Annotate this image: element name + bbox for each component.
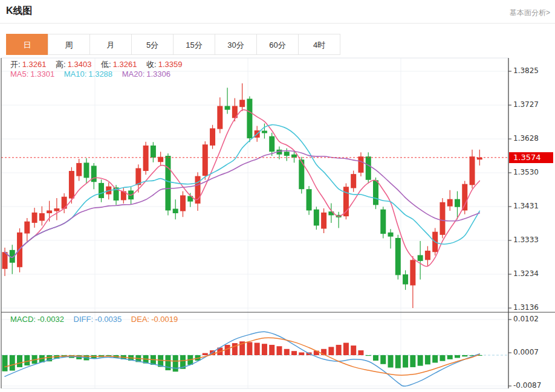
ma10-value: 1.3288 xyxy=(88,69,112,79)
candle xyxy=(151,146,156,158)
candle xyxy=(203,144,208,176)
candle xyxy=(470,156,475,185)
macd-bar xyxy=(328,347,334,355)
close-value: 1.3359 xyxy=(158,60,183,69)
macd-bar xyxy=(418,355,423,366)
candle xyxy=(69,171,74,199)
candle xyxy=(39,213,45,221)
candle xyxy=(24,222,30,234)
candle xyxy=(321,213,326,229)
ohlc-values: 开:1.3261 高:1.3403 低:1.3261 收:1.3359 xyxy=(10,59,184,70)
candle xyxy=(388,233,394,237)
macd-bar xyxy=(425,355,430,364)
macd-bar xyxy=(24,355,30,365)
macd-tick-label: 0.0007 xyxy=(513,348,539,356)
candle xyxy=(210,128,215,145)
macd-bar xyxy=(343,343,349,355)
candle xyxy=(462,184,467,211)
candle xyxy=(32,213,37,223)
price-tick-label: 1.3234 xyxy=(513,269,539,278)
price-tick-label: 1.3333 xyxy=(513,236,539,244)
macd-bar xyxy=(336,345,342,355)
ma5-value: 1.3301 xyxy=(30,69,54,79)
candle xyxy=(269,137,274,152)
price-tick-label: 1.3431 xyxy=(513,202,539,210)
macd-bar xyxy=(284,349,290,355)
diff-label: DIFF: xyxy=(74,315,94,324)
macd-bar xyxy=(395,355,401,368)
price-tick-label: 1.3530 xyxy=(513,168,539,176)
low-label: 低: xyxy=(101,60,111,69)
candle xyxy=(380,210,386,234)
candle xyxy=(425,251,430,260)
macd-bar xyxy=(455,355,460,358)
candle xyxy=(314,210,319,226)
macd-bar xyxy=(440,355,445,361)
macd-bar xyxy=(17,355,22,367)
candle xyxy=(373,180,378,205)
macd-bar xyxy=(262,344,267,355)
macd-bar xyxy=(269,345,274,355)
candle xyxy=(351,174,356,188)
macd-bar xyxy=(10,355,15,371)
ma5-line xyxy=(5,109,479,266)
candle xyxy=(173,209,178,213)
macd-label: MACD: xyxy=(10,315,36,324)
macd-bar xyxy=(410,355,415,367)
macd-tick-label: -0.0087 xyxy=(513,381,541,390)
low-value: 1.3261 xyxy=(113,60,137,69)
kline-widget: K线图 基本面分析> 日周月5分15分30分60分4时 开:1.3261 高:1… xyxy=(0,0,555,392)
macd-bar xyxy=(366,355,371,356)
ma-values: MA5:1.3301 MA10:1.3288 MA20:1.3306 xyxy=(10,69,172,79)
candle xyxy=(47,210,52,213)
candle xyxy=(403,274,408,284)
price-tick-label: 1.3825 xyxy=(513,66,539,75)
macd-bar xyxy=(358,350,363,355)
macd-bar xyxy=(255,343,260,355)
ma20-label: MA20: xyxy=(122,69,145,79)
candle xyxy=(239,100,245,107)
macd-bar xyxy=(388,355,394,367)
candle xyxy=(358,156,363,173)
candle xyxy=(99,183,104,198)
candle xyxy=(83,162,89,178)
price-tick-label: 1.3628 xyxy=(513,134,539,143)
candle xyxy=(447,199,453,207)
candle xyxy=(291,155,297,158)
current-price-badge: 1.3574 xyxy=(509,152,553,163)
candle xyxy=(455,199,460,207)
ma5-label: MA5: xyxy=(10,69,28,79)
candle xyxy=(143,146,149,171)
macd-bar xyxy=(2,355,8,371)
candle xyxy=(225,106,230,109)
ma20-value: 1.3306 xyxy=(146,69,170,79)
price-tick-label: 1.3136 xyxy=(513,303,539,312)
dea-label: DEA: xyxy=(131,315,149,324)
macd-bar xyxy=(173,355,178,371)
candle xyxy=(440,202,445,235)
macd-value: -0.0032 xyxy=(37,315,64,324)
candle xyxy=(135,168,141,185)
candle xyxy=(247,99,252,138)
close-label: 收: xyxy=(146,60,157,69)
candle xyxy=(17,233,22,267)
candle xyxy=(165,156,170,210)
candle xyxy=(395,238,401,275)
candle xyxy=(76,163,82,176)
candle xyxy=(477,158,482,159)
diff-line xyxy=(5,332,479,386)
macd-bar xyxy=(373,355,378,361)
candle xyxy=(366,156,371,180)
macd-values: MACD:-0.0032 DIFF:-0.0035 DEA:-0.0019 xyxy=(10,315,180,324)
candle xyxy=(418,255,423,261)
high-value: 1.3403 xyxy=(68,60,92,69)
ma10-label: MA10: xyxy=(64,69,87,79)
chart-canvas[interactable]: 开:1.3261 高:1.3403 低:1.3261 收:1.3359 MA5:… xyxy=(0,0,555,392)
dea-value: -0.0019 xyxy=(151,315,178,324)
candle xyxy=(180,195,186,211)
macd-bar xyxy=(403,355,408,367)
macd-bar xyxy=(232,343,238,355)
candle xyxy=(54,208,59,211)
price-tick-label: 1.3727 xyxy=(513,100,539,109)
macd-tick-label: 0.0102 xyxy=(513,315,539,323)
